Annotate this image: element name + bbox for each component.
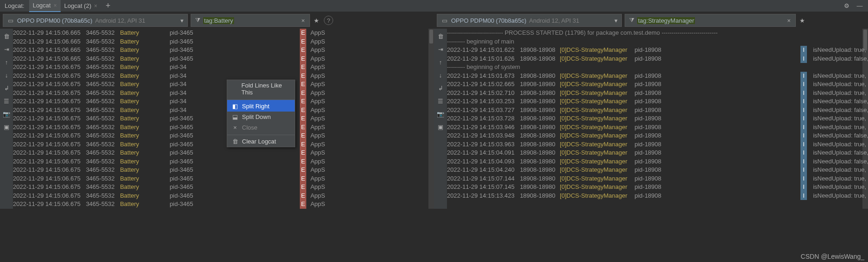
add-tab-button[interactable]: +: [101, 1, 115, 11]
log-row[interactable]: 2022-11-29 14:15:06.675 3465-5532 Batter…: [13, 123, 434, 132]
right-toolbar: 🗑 ⇥ ↑ ↓ ↲ ☰ 📷 ▣: [434, 29, 447, 209]
device-selector[interactable]: ▭ OPPO PDPM00 (70b8a65c) Android 12, API…: [437, 14, 622, 27]
log-pane-left[interactable]: 2022-11-29 14:15:06.665 3465-5532 Batter…: [13, 29, 434, 209]
ctx-split-down[interactable]: ⬓ Split Down: [227, 112, 295, 122]
ctx-close[interactable]: × Close: [227, 122, 295, 133]
trash-icon[interactable]: 🗑: [436, 31, 445, 41]
log-row[interactable]: 2022-11-29 14:15:06.675 3465-5532 Batter…: [13, 131, 434, 140]
log-row-tail: E AppS: [296, 183, 325, 192]
filter-input-wrap[interactable]: ⧩ tag:StrategyManager ×: [625, 14, 796, 27]
down-icon[interactable]: ↓: [436, 70, 445, 80]
log-row-tail: I isNeedUpload: true, type: 2: [731, 166, 868, 175]
log-row[interactable]: 2022-11-29 14:15:06.675 3465-5532 Batter…: [13, 114, 434, 123]
chevron-down-icon: ▾: [180, 17, 184, 24]
camera-icon[interactable]: 📷: [2, 109, 11, 119]
log-row-tail: E AppS: [296, 29, 325, 37]
log-row-tail: I isNeedUpload: true, type: 2: [731, 80, 868, 89]
log-row-tail: E AppS: [296, 123, 325, 132]
tab-bar: Logcat: Logcat × Logcat (2) × + ⚙ —: [0, 0, 868, 12]
log-row[interactable]: 2022-11-29 14:15:06.665 3465-5532 Batter…: [13, 37, 434, 46]
log-row[interactable]: 2022-11-29 14:15:06.675 3465-5532 Batter…: [13, 140, 434, 149]
log-row[interactable]: 2022-11-29 14:15:06.675 3465-5532 Batter…: [13, 183, 434, 192]
log-row-tail: I isNeedUpload: false, type:: [731, 97, 868, 106]
trash-icon[interactable]: 🗑: [2, 31, 11, 41]
ctx-clear-logcat[interactable]: 🗑 Clear Logcat: [227, 135, 295, 147]
log-row-tail: E AppS: [296, 166, 325, 175]
log-row[interactable]: 2022-11-29 14:15:06.675 3465-5532 Batter…: [13, 175, 434, 183]
context-menu: Fold Lines Like This ◧ Split Right ⬓ Spl…: [227, 80, 295, 147]
log-row[interactable]: 2022-11-29 14:15:06.675 3465-5532 Batter…: [13, 192, 434, 200]
log-row-tail: E AppS: [296, 175, 325, 183]
split-right-icon: ◧: [232, 103, 238, 110]
scrollbar[interactable]: [428, 29, 434, 209]
up-icon[interactable]: ↑: [436, 57, 445, 67]
close-icon[interactable]: ×: [94, 3, 97, 9]
log-row-tail: E AppS: [296, 114, 325, 123]
record-icon[interactable]: ▣: [2, 122, 11, 131]
log-row-tail: I isNeedUpload: true, type: 2: [731, 140, 868, 149]
log-row-tail: I isNeedUpload: true, type: 2: [731, 72, 868, 81]
close-icon: ×: [232, 125, 238, 131]
panel-label: Logcat:: [0, 2, 29, 9]
log-row[interactable]: 2022-11-29 14:15:06.665 3465-5532 Batter…: [13, 29, 434, 37]
device-icon: ▭: [441, 17, 448, 24]
log-row-tail: I isNeedUpload: false, type:: [731, 149, 868, 157]
log-row-tail: E AppS: [296, 200, 325, 209]
filter-text[interactable]: tag:StrategyManager: [637, 17, 695, 24]
up-icon[interactable]: ↑: [2, 57, 11, 67]
log-row-tail: I isNeedUpload: true, type: 2: [731, 192, 868, 200]
trash-icon: 🗑: [232, 138, 238, 145]
wrap-icon[interactable]: ↲: [436, 83, 445, 93]
device-selector[interactable]: ▭ OPPO PDPM00 (70b8a65c) Android 12, API…: [3, 14, 188, 27]
log-row[interactable]: 2022-11-29 14:15:06.675 3465-5532 Batter…: [13, 200, 434, 209]
chevron-down-icon: ▾: [614, 17, 618, 24]
log-row-tail: I isNeedUpload: false, type:: [731, 106, 868, 115]
log-row[interactable]: 2022-11-29 14:15:06.665 3465-5532 Batter…: [13, 46, 434, 55]
log-row-tail: E AppS: [296, 55, 325, 63]
log-row-tail: E AppS: [296, 157, 325, 166]
close-icon[interactable]: ×: [54, 2, 57, 9]
record-icon[interactable]: ▣: [436, 122, 445, 131]
log-row[interactable]: 2022-11-29 14:15:06.675 3465-5532 Batter…: [13, 89, 434, 98]
beginning-system: --------- beginning of system: [447, 63, 868, 72]
log-row-tail: I isNeedUpload: true, type: 2: [731, 89, 868, 98]
log-row[interactable]: 2022-11-29 14:15:06.675 3465-5532 Batter…: [13, 157, 434, 166]
log-row-tail: E AppS: [296, 97, 325, 106]
help-icon[interactable]: ?: [324, 16, 333, 25]
process-header: ---------------------------- PROCESS STA…: [447, 29, 868, 37]
log-row[interactable]: 2022-11-29 14:15:06.665 3465-5532 Batter…: [13, 55, 434, 63]
log-row-tail: E AppS: [296, 37, 325, 46]
star-icon[interactable]: ★: [800, 17, 805, 24]
ctx-split-right[interactable]: ◧ Split Right: [227, 100, 295, 112]
log-row-tail: E AppS: [296, 63, 325, 72]
gear-icon[interactable]: ⚙: [843, 2, 850, 10]
tab-logcat[interactable]: Logcat ×: [29, 0, 61, 12]
split-down-icon: ⬓: [232, 114, 238, 120]
log-row-tail: I isNeedUpload: true, type: 2: [731, 183, 868, 192]
log-row[interactable]: 2022-11-29 14:15:06.675 3465-5532 Batter…: [13, 80, 434, 89]
log-row[interactable]: 2022-11-29 14:15:06.675 3465-5532 Batter…: [13, 106, 434, 115]
wrap-icon[interactable]: ↲: [2, 83, 11, 93]
pause-icon[interactable]: ⇥: [436, 44, 445, 54]
log-pane-right[interactable]: ---------------------------- PROCESS STA…: [447, 29, 868, 209]
settings-icon[interactable]: ☰: [436, 96, 445, 106]
ctx-fold-lines[interactable]: Fold Lines Like This: [227, 80, 295, 98]
log-row[interactable]: 2022-11-29 14:15:06.675 3465-5532 Batter…: [13, 166, 434, 175]
tab-logcat-2[interactable]: Logcat (2) ×: [61, 0, 101, 12]
camera-icon[interactable]: 📷: [436, 109, 445, 119]
clear-icon[interactable]: ×: [785, 17, 793, 24]
log-row-tail: I isNeedUpload: false, type:: [731, 157, 868, 166]
clear-icon[interactable]: ×: [299, 17, 307, 24]
log-row[interactable]: 2022-11-29 14:15:06.675 3465-5532 Batter…: [13, 149, 434, 157]
filter-text[interactable]: tag:Battery: [203, 17, 234, 24]
star-icon[interactable]: ★: [314, 17, 319, 24]
down-icon[interactable]: ↓: [2, 70, 11, 80]
filter-input-wrap[interactable]: ⧩ tag:Battery ×: [191, 14, 310, 27]
log-row[interactable]: 2022-11-29 14:15:06.675 3465-5532 Batter…: [13, 63, 434, 72]
log-row[interactable]: 2022-11-29 14:15:06.675 3465-5532 Batter…: [13, 72, 434, 81]
log-row-tail: I isNeedUpload: true, type: 2: [731, 46, 868, 55]
log-row[interactable]: 2022-11-29 14:15:06.675 3465-5532 Batter…: [13, 97, 434, 106]
settings-icon[interactable]: ☰: [2, 96, 11, 106]
minimize-icon[interactable]: —: [856, 2, 863, 10]
pause-icon[interactable]: ⇥: [2, 44, 11, 54]
